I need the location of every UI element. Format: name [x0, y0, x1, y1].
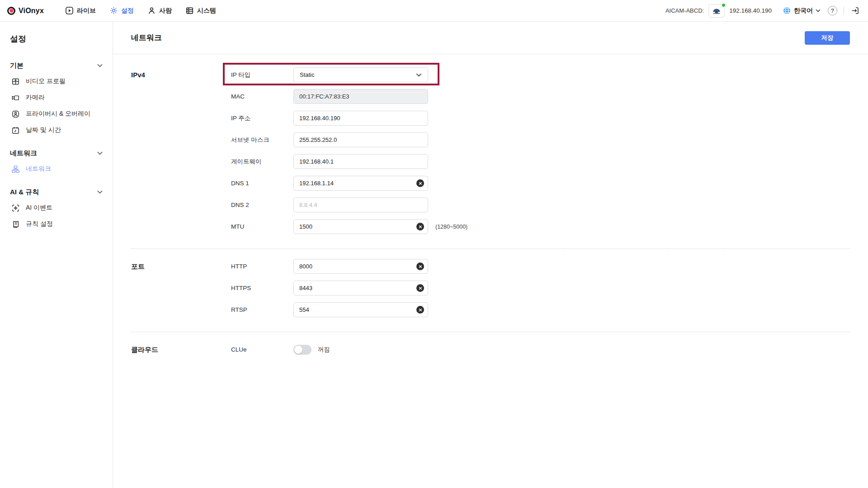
- http-clear-button[interactable]: [416, 263, 424, 270]
- dns2-input[interactable]: [293, 197, 428, 212]
- section-cloud: 클라우드 CLUe 꺼짐: [131, 342, 850, 364]
- network-settings-page: 네트워크 저장 IPv4 IP 타입 Static MAC: [113, 22, 868, 488]
- nav-item-label: 사람: [159, 7, 172, 15]
- dns1-clear-button[interactable]: [416, 179, 424, 187]
- rtsp-clear-button[interactable]: [416, 306, 424, 314]
- sidebar-title: 설정: [10, 33, 103, 44]
- clue-toggle[interactable]: [293, 345, 311, 355]
- settings-sidebar: 설정 기본 비디오 프로필 카메라: [0, 22, 113, 488]
- calendar-clock-icon: [11, 126, 20, 135]
- video-profile-icon: [11, 77, 20, 86]
- language-label: 한국어: [794, 7, 813, 15]
- sidebar-item-camera[interactable]: 카메라: [10, 89, 103, 106]
- row-gateway: 게이트웨이: [231, 154, 850, 169]
- section-label-ports: 포트: [131, 259, 231, 324]
- sidebar-item-label: 비디오 프로필: [26, 77, 66, 85]
- clear-x-icon: [419, 308, 422, 312]
- clue-toggle-state: 꺼짐: [318, 346, 330, 354]
- ai-event-icon: [11, 204, 20, 212]
- network-nodes-icon: [11, 165, 20, 174]
- field-label: DNS 1: [231, 180, 293, 187]
- device-name: AICAM-ABCD:: [665, 7, 704, 14]
- system-icon: [185, 6, 194, 15]
- section-divider: [131, 332, 850, 332]
- section-ports: 포트 HTTP HTTPS: [131, 259, 850, 324]
- row-clue: CLUe 꺼짐: [231, 342, 850, 357]
- field-label: IP 타입: [231, 71, 293, 79]
- field-label: DNS 2: [231, 202, 293, 208]
- rtsp-port-input[interactable]: [293, 302, 428, 317]
- row-rtsp: RTSP: [231, 302, 850, 317]
- play-icon: [65, 6, 74, 15]
- dome-camera-icon: [712, 7, 722, 15]
- rules-document-icon: [11, 220, 20, 229]
- mtu-range-hint: (1280~5000): [435, 224, 467, 230]
- save-button[interactable]: 저장: [805, 31, 850, 45]
- clear-x-icon: [419, 182, 422, 185]
- sidebar-item-label: 프라이버시 & 오버레이: [26, 110, 90, 118]
- nav-item-label: 설정: [121, 7, 134, 15]
- help-button[interactable]: ?: [828, 6, 837, 15]
- logout-button[interactable]: [850, 6, 860, 15]
- row-https: HTTPS: [231, 281, 850, 296]
- section-label-ipv4: IPv4: [131, 67, 231, 241]
- mtu-input[interactable]: [293, 219, 428, 234]
- row-http: HTTP: [231, 259, 850, 274]
- row-mac: MAC: [231, 89, 850, 104]
- sidebar-item-date-time[interactable]: 날짜 및 시간: [10, 122, 103, 138]
- section-divider: [131, 249, 850, 249]
- field-label: 서브넷 마스크: [231, 136, 293, 144]
- group-label: 기본: [10, 61, 24, 70]
- camera-device-button[interactable]: [708, 4, 725, 18]
- row-dns1: DNS 1: [231, 176, 850, 191]
- sidebar-group-network[interactable]: 네트워크: [10, 145, 103, 161]
- sidebar-item-label: 날짜 및 시간: [26, 126, 61, 134]
- https-clear-button[interactable]: [416, 284, 424, 292]
- chevron-down-icon: [816, 9, 821, 12]
- ip-address-input[interactable]: [293, 111, 428, 126]
- separator: [844, 7, 844, 15]
- sidebar-item-rule-settings[interactable]: 규칙 설정: [10, 216, 103, 232]
- field-label: RTSP: [231, 306, 293, 313]
- field-label: CLUe: [231, 346, 293, 353]
- nav-item-settings[interactable]: 설정: [103, 0, 141, 22]
- nav-item-people[interactable]: 사람: [141, 0, 179, 22]
- field-label: IP 주소: [231, 114, 293, 122]
- subnet-mask-input[interactable]: [293, 132, 428, 147]
- network-form: IPv4 IP 타입 Static MAC: [113, 54, 868, 364]
- row-ip-type: IP 타입 Static: [231, 67, 850, 82]
- group-label: AI & 규칙: [10, 188, 39, 197]
- https-port-input[interactable]: [293, 281, 428, 296]
- field-label: MAC: [231, 93, 293, 100]
- ip-type-select[interactable]: Static: [293, 67, 428, 82]
- sidebar-item-privacy-overlay[interactable]: 프라이버시 & 오버레이: [10, 106, 103, 122]
- topbar: ViOnyx 라이브 설정: [0, 0, 868, 22]
- nav-item-system[interactable]: 시스템: [179, 0, 223, 22]
- language-selector[interactable]: 한국어: [783, 6, 821, 15]
- globe-icon: [783, 6, 791, 15]
- brand-logo[interactable]: ViOnyx: [7, 7, 44, 15]
- mac-input: [293, 89, 428, 104]
- clear-x-icon: [419, 225, 422, 229]
- mtu-clear-button[interactable]: [416, 223, 424, 230]
- chevron-down-icon: [416, 73, 422, 77]
- sidebar-group-ai-rules[interactable]: AI & 규칙: [10, 184, 103, 200]
- sidebar-group-basic[interactable]: 기본: [10, 58, 103, 73]
- sidebar-item-label: AI 이벤트: [26, 204, 52, 212]
- gateway-input[interactable]: [293, 154, 428, 169]
- person-icon: [147, 6, 156, 15]
- privacy-person-icon: [11, 110, 20, 118]
- sidebar-item-network[interactable]: 네트워크: [10, 161, 103, 177]
- page-title: 네트워크: [131, 33, 162, 43]
- sidebar-item-video-profile[interactable]: 비디오 프로필: [10, 73, 103, 89]
- field-label: 게이트웨이: [231, 158, 293, 166]
- http-port-input[interactable]: [293, 259, 428, 274]
- dns1-input[interactable]: [293, 176, 428, 191]
- sidebar-item-label: 규칙 설정: [26, 220, 53, 228]
- nav-item-live[interactable]: 라이브: [58, 0, 103, 22]
- group-label: 네트워크: [10, 149, 37, 158]
- sidebar-item-ai-event[interactable]: AI 이벤트: [10, 200, 103, 216]
- device-ip: 192.168.40.190: [729, 7, 772, 14]
- brand-name: ViOnyx: [19, 7, 44, 15]
- row-mtu: MTU (1280~5000): [231, 219, 850, 234]
